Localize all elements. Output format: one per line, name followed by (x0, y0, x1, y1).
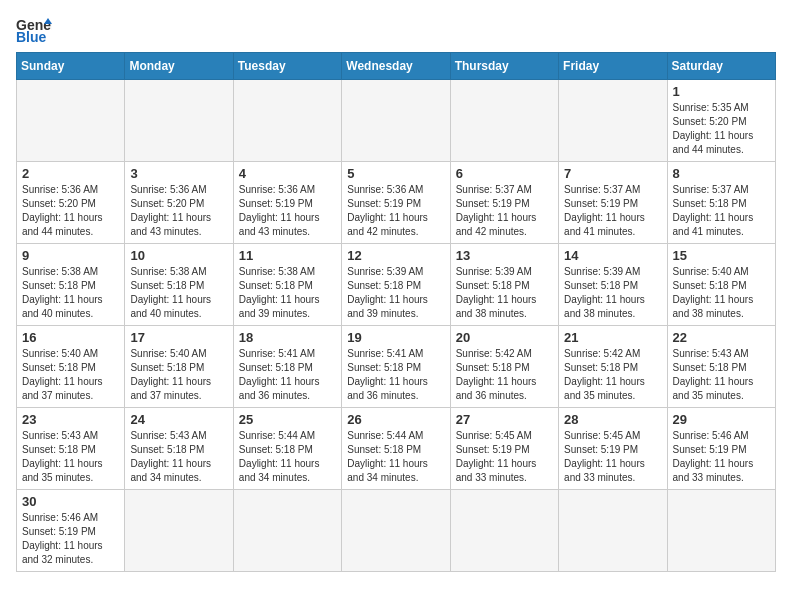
calendar-week-2: 2Sunrise: 5:36 AM Sunset: 5:20 PM Daylig… (17, 162, 776, 244)
calendar-cell: 16Sunrise: 5:40 AM Sunset: 5:18 PM Dayli… (17, 326, 125, 408)
page-header: General Blue (16, 16, 776, 44)
day-number: 1 (673, 84, 770, 99)
calendar-cell: 14Sunrise: 5:39 AM Sunset: 5:18 PM Dayli… (559, 244, 667, 326)
day-info: Sunrise: 5:37 AM Sunset: 5:18 PM Dayligh… (673, 183, 770, 239)
calendar-cell (667, 490, 775, 572)
day-number: 29 (673, 412, 770, 427)
day-number: 25 (239, 412, 336, 427)
calendar-cell: 12Sunrise: 5:39 AM Sunset: 5:18 PM Dayli… (342, 244, 450, 326)
day-info: Sunrise: 5:40 AM Sunset: 5:18 PM Dayligh… (673, 265, 770, 321)
day-number: 18 (239, 330, 336, 345)
calendar-week-1: 1Sunrise: 5:35 AM Sunset: 5:20 PM Daylig… (17, 80, 776, 162)
day-info: Sunrise: 5:44 AM Sunset: 5:18 PM Dayligh… (239, 429, 336, 485)
day-number: 5 (347, 166, 444, 181)
day-number: 9 (22, 248, 119, 263)
calendar-week-3: 9Sunrise: 5:38 AM Sunset: 5:18 PM Daylig… (17, 244, 776, 326)
calendar-cell: 7Sunrise: 5:37 AM Sunset: 5:19 PM Daylig… (559, 162, 667, 244)
calendar-cell (125, 80, 233, 162)
day-number: 23 (22, 412, 119, 427)
day-info: Sunrise: 5:41 AM Sunset: 5:18 PM Dayligh… (347, 347, 444, 403)
calendar-week-6: 30Sunrise: 5:46 AM Sunset: 5:19 PM Dayli… (17, 490, 776, 572)
calendar-cell: 29Sunrise: 5:46 AM Sunset: 5:19 PM Dayli… (667, 408, 775, 490)
calendar-cell (233, 490, 341, 572)
day-info: Sunrise: 5:35 AM Sunset: 5:20 PM Dayligh… (673, 101, 770, 157)
day-info: Sunrise: 5:36 AM Sunset: 5:20 PM Dayligh… (130, 183, 227, 239)
calendar-cell: 22Sunrise: 5:43 AM Sunset: 5:18 PM Dayli… (667, 326, 775, 408)
day-number: 20 (456, 330, 553, 345)
day-info: Sunrise: 5:36 AM Sunset: 5:20 PM Dayligh… (22, 183, 119, 239)
day-info: Sunrise: 5:45 AM Sunset: 5:19 PM Dayligh… (456, 429, 553, 485)
calendar-cell: 3Sunrise: 5:36 AM Sunset: 5:20 PM Daylig… (125, 162, 233, 244)
day-number: 10 (130, 248, 227, 263)
calendar-table: SundayMondayTuesdayWednesdayThursdayFrid… (16, 52, 776, 572)
day-number: 15 (673, 248, 770, 263)
day-number: 30 (22, 494, 119, 509)
day-info: Sunrise: 5:43 AM Sunset: 5:18 PM Dayligh… (130, 429, 227, 485)
day-info: Sunrise: 5:46 AM Sunset: 5:19 PM Dayligh… (673, 429, 770, 485)
day-info: Sunrise: 5:42 AM Sunset: 5:18 PM Dayligh… (456, 347, 553, 403)
day-info: Sunrise: 5:42 AM Sunset: 5:18 PM Dayligh… (564, 347, 661, 403)
calendar-week-5: 23Sunrise: 5:43 AM Sunset: 5:18 PM Dayli… (17, 408, 776, 490)
day-info: Sunrise: 5:39 AM Sunset: 5:18 PM Dayligh… (564, 265, 661, 321)
calendar-cell: 11Sunrise: 5:38 AM Sunset: 5:18 PM Dayli… (233, 244, 341, 326)
day-number: 27 (456, 412, 553, 427)
day-info: Sunrise: 5:44 AM Sunset: 5:18 PM Dayligh… (347, 429, 444, 485)
day-number: 2 (22, 166, 119, 181)
calendar-cell: 4Sunrise: 5:36 AM Sunset: 5:19 PM Daylig… (233, 162, 341, 244)
day-number: 6 (456, 166, 553, 181)
calendar-cell (17, 80, 125, 162)
day-info: Sunrise: 5:43 AM Sunset: 5:18 PM Dayligh… (22, 429, 119, 485)
calendar-cell: 10Sunrise: 5:38 AM Sunset: 5:18 PM Dayli… (125, 244, 233, 326)
day-info: Sunrise: 5:39 AM Sunset: 5:18 PM Dayligh… (347, 265, 444, 321)
calendar-cell: 2Sunrise: 5:36 AM Sunset: 5:20 PM Daylig… (17, 162, 125, 244)
day-info: Sunrise: 5:43 AM Sunset: 5:18 PM Dayligh… (673, 347, 770, 403)
day-number: 13 (456, 248, 553, 263)
calendar-cell: 1Sunrise: 5:35 AM Sunset: 5:20 PM Daylig… (667, 80, 775, 162)
calendar-week-4: 16Sunrise: 5:40 AM Sunset: 5:18 PM Dayli… (17, 326, 776, 408)
day-header-wednesday: Wednesday (342, 53, 450, 80)
calendar-cell: 23Sunrise: 5:43 AM Sunset: 5:18 PM Dayli… (17, 408, 125, 490)
day-number: 7 (564, 166, 661, 181)
calendar-cell (450, 490, 558, 572)
day-header-sunday: Sunday (17, 53, 125, 80)
calendar-header-row: SundayMondayTuesdayWednesdayThursdayFrid… (17, 53, 776, 80)
calendar-cell (559, 80, 667, 162)
day-info: Sunrise: 5:40 AM Sunset: 5:18 PM Dayligh… (130, 347, 227, 403)
calendar-cell (559, 490, 667, 572)
day-header-tuesday: Tuesday (233, 53, 341, 80)
calendar-cell: 20Sunrise: 5:42 AM Sunset: 5:18 PM Dayli… (450, 326, 558, 408)
calendar-cell: 15Sunrise: 5:40 AM Sunset: 5:18 PM Dayli… (667, 244, 775, 326)
calendar-cell: 19Sunrise: 5:41 AM Sunset: 5:18 PM Dayli… (342, 326, 450, 408)
day-number: 3 (130, 166, 227, 181)
day-number: 24 (130, 412, 227, 427)
day-number: 16 (22, 330, 119, 345)
calendar-cell: 18Sunrise: 5:41 AM Sunset: 5:18 PM Dayli… (233, 326, 341, 408)
day-number: 14 (564, 248, 661, 263)
calendar-cell: 27Sunrise: 5:45 AM Sunset: 5:19 PM Dayli… (450, 408, 558, 490)
calendar-cell (125, 490, 233, 572)
day-info: Sunrise: 5:37 AM Sunset: 5:19 PM Dayligh… (456, 183, 553, 239)
day-number: 4 (239, 166, 336, 181)
day-header-friday: Friday (559, 53, 667, 80)
calendar-cell (233, 80, 341, 162)
day-info: Sunrise: 5:38 AM Sunset: 5:18 PM Dayligh… (130, 265, 227, 321)
day-info: Sunrise: 5:38 AM Sunset: 5:18 PM Dayligh… (239, 265, 336, 321)
calendar-cell: 5Sunrise: 5:36 AM Sunset: 5:19 PM Daylig… (342, 162, 450, 244)
calendar-cell: 26Sunrise: 5:44 AM Sunset: 5:18 PM Dayli… (342, 408, 450, 490)
day-number: 8 (673, 166, 770, 181)
day-info: Sunrise: 5:36 AM Sunset: 5:19 PM Dayligh… (347, 183, 444, 239)
calendar-cell: 30Sunrise: 5:46 AM Sunset: 5:19 PM Dayli… (17, 490, 125, 572)
day-number: 26 (347, 412, 444, 427)
calendar-cell: 9Sunrise: 5:38 AM Sunset: 5:18 PM Daylig… (17, 244, 125, 326)
day-info: Sunrise: 5:38 AM Sunset: 5:18 PM Dayligh… (22, 265, 119, 321)
svg-text:Blue: Blue (16, 29, 47, 44)
calendar-cell: 28Sunrise: 5:45 AM Sunset: 5:19 PM Dayli… (559, 408, 667, 490)
day-number: 11 (239, 248, 336, 263)
day-header-saturday: Saturday (667, 53, 775, 80)
day-number: 19 (347, 330, 444, 345)
day-info: Sunrise: 5:45 AM Sunset: 5:19 PM Dayligh… (564, 429, 661, 485)
day-number: 22 (673, 330, 770, 345)
day-info: Sunrise: 5:36 AM Sunset: 5:19 PM Dayligh… (239, 183, 336, 239)
day-number: 28 (564, 412, 661, 427)
day-number: 12 (347, 248, 444, 263)
